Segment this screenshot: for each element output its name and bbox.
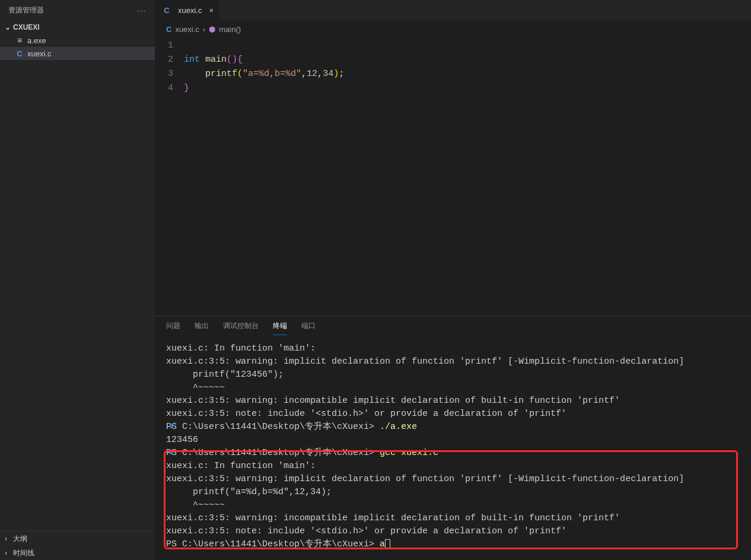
terminal-command: gcc xuexi.c: [380, 448, 438, 458]
terminal-prompt: PS C:\Users\11441\Desktop\专升本\cXuexi>: [166, 539, 380, 549]
explorer-header: 资源管理器 ···: [0, 0, 155, 21]
comma: ,: [301, 69, 307, 79]
terminal-output: xuexi.c: In function 'main': xuexi.c:3:5…: [166, 460, 740, 538]
chevron-right-icon: ›: [5, 534, 13, 543]
breadcrumb-file: xuexi.c: [175, 25, 199, 34]
sidebar-bottom: › 大纲 › 时间线: [0, 531, 155, 560]
function-name: printf: [205, 69, 237, 79]
breadcrumb-symbol: main(): [219, 25, 241, 34]
number: 34: [323, 69, 333, 79]
outline-section[interactable]: › 大纲: [0, 532, 155, 546]
chevron-down-icon: ⌄: [5, 23, 13, 31]
bottom-panel: 问题 输出 调试控制台 终端 端口 xuexi.c: In function '…: [155, 316, 751, 560]
close-icon[interactable]: ×: [209, 6, 214, 15]
tab-label: xuexi.c: [178, 6, 202, 15]
panel-tab-problems[interactable]: 问题: [166, 321, 180, 335]
number: 12: [307, 69, 317, 79]
line-number: 3: [155, 67, 173, 81]
file-name: a.exe: [27, 36, 46, 45]
indent: [184, 69, 205, 79]
string: "a=%d,b=%d": [243, 69, 301, 79]
code-content[interactable]: int main(){ printf("a=%d,b=%d",12,34);}: [184, 39, 751, 316]
breadcrumb[interactable]: C xuexi.c › ⬢ main(): [155, 21, 751, 37]
timeline-label: 时间线: [13, 548, 34, 558]
panel-tab-ports[interactable]: 端口: [301, 321, 316, 335]
brace: }: [184, 83, 189, 93]
paren: ): [232, 55, 237, 65]
dirty-dot-icon: ●: [168, 447, 174, 460]
comma: ,: [317, 69, 323, 79]
folder-name: CXUEXI: [13, 23, 40, 31]
exe-file-icon: ≡: [14, 36, 25, 45]
explorer-more-icon[interactable]: ···: [137, 7, 147, 15]
terminal-command: ./a.exe: [380, 422, 417, 432]
file-item-xuexi-c[interactable]: C xuexi.c: [0, 47, 155, 60]
chevron-right-icon: ›: [5, 549, 13, 557]
c-file-icon: C: [161, 6, 172, 15]
line-number: 1: [155, 39, 173, 53]
explorer-title: 资源管理器: [8, 5, 44, 15]
file-item-a-exe[interactable]: ≡ a.exe: [0, 34, 155, 47]
panel-tab-debug[interactable]: 调试控制台: [223, 321, 259, 335]
paren: ): [333, 69, 339, 79]
line-number: 2: [155, 53, 173, 67]
tab-xuexi-c[interactable]: C xuexi.c ×: [155, 0, 220, 21]
panel-tab-terminal[interactable]: 终端: [273, 321, 287, 335]
keyword: int: [184, 55, 200, 65]
explorer-sidebar: 资源管理器 ··· ⌄ CXUEXI ≡ a.exe C xuexi.c › 大…: [0, 0, 155, 560]
terminal[interactable]: xuexi.c: In function 'main': xuexi.c:3:5…: [155, 335, 751, 560]
line-gutter: 1 2 3 4: [155, 39, 184, 316]
panel-tabs: 问题 输出 调试控制台 终端 端口: [155, 316, 751, 335]
line-number: 4: [155, 81, 173, 96]
terminal-output: xuexi.c: In function 'main': xuexi.c:3:5…: [166, 342, 740, 421]
code-editor[interactable]: 1 2 3 4 int main(){ printf("a=%d,b=%d",1…: [155, 37, 751, 316]
function-name: main: [200, 55, 227, 65]
terminal-prompt: PS C:\Users\11441\Desktop\专升本\cXuexi>: [166, 422, 380, 432]
terminal-command: a: [380, 539, 385, 549]
terminal-cursor: [385, 539, 390, 549]
timeline-section[interactable]: › 时间线: [0, 546, 155, 560]
paren: (: [227, 55, 232, 65]
terminal-prompt: PS C:\Users\11441\Desktop\专升本\cXuexi>: [166, 448, 380, 458]
panel-tab-output[interactable]: 输出: [195, 321, 209, 335]
paren: (: [237, 69, 243, 79]
semicolon: ;: [339, 69, 344, 79]
symbol-icon: ⬢: [209, 25, 215, 34]
outline-label: 大纲: [13, 534, 27, 544]
terminal-output: 123456: [166, 434, 740, 447]
brace: {: [237, 55, 243, 65]
explorer-file-list: ≡ a.exe C xuexi.c: [0, 34, 155, 531]
editor-tabs: C xuexi.c ×: [155, 0, 751, 21]
file-name: xuexi.c: [27, 49, 51, 58]
folder-header[interactable]: ⌄ CXUEXI: [0, 21, 155, 34]
c-file-icon: C: [14, 49, 25, 58]
dirty-dot-icon: ●: [168, 421, 174, 434]
breadcrumb-sep: ›: [203, 25, 205, 34]
main-area: C xuexi.c × C xuexi.c › ⬢ main() 1 2 3 4…: [155, 0, 751, 560]
c-file-icon: C: [166, 25, 171, 34]
